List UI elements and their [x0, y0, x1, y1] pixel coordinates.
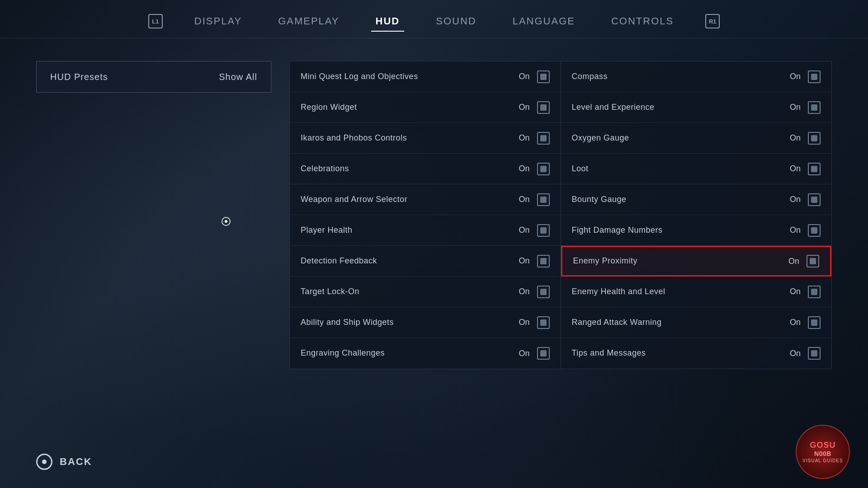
settings-column-right: CompassOnLevel and ExperienceOnOxygen Ga… — [561, 61, 832, 369]
setting-toggle-icon-9[interactable] — [808, 347, 821, 360]
gosu-text-line2: n00b — [814, 450, 831, 457]
setting-value-8: On — [514, 318, 530, 327]
hud-presets-label: HUD Presets — [50, 72, 108, 82]
setting-value-0: On — [514, 72, 530, 81]
setting-name-3: Loot — [572, 164, 785, 174]
nav-item-language[interactable]: Language — [508, 13, 580, 30]
setting-value-5: On — [784, 225, 801, 235]
setting-toggle-icon-1[interactable] — [808, 101, 821, 114]
setting-row-7[interactable]: Enemy Health and LevelOn — [561, 277, 832, 307]
nav-item-gameplay[interactable]: Gameplay — [274, 13, 344, 30]
setting-row-8[interactable]: Ability and Ship WidgetsOn — [290, 307, 561, 338]
setting-toggle-icon-4[interactable] — [808, 193, 821, 206]
setting-row-2[interactable]: Ikaros and Phobos ControlsOn — [290, 123, 561, 154]
setting-row-5[interactable]: Fight Damage NumbersOn — [561, 215, 832, 246]
back-circle-icon — [36, 454, 52, 470]
setting-row-4[interactable]: Bounty GaugeOn — [561, 184, 832, 215]
setting-value-3: On — [514, 164, 530, 174]
setting-toggle-icon-7[interactable] — [808, 286, 821, 298]
setting-value-7: On — [784, 287, 801, 296]
setting-value-7: On — [514, 287, 530, 296]
settings-column-left: Mini Quest Log and ObjectivesOnRegion Wi… — [289, 61, 561, 369]
nav-item-display[interactable]: Display — [190, 13, 246, 30]
setting-row-3[interactable]: LootOn — [561, 154, 832, 184]
setting-value-4: On — [514, 195, 530, 204]
setting-toggle-icon-2[interactable] — [808, 132, 821, 145]
setting-name-1: Region Widget — [301, 102, 514, 113]
show-all-button[interactable]: Show All — [219, 72, 257, 82]
gosu-text-line1: GOSU — [810, 441, 835, 450]
nav-item-hud[interactable]: HUD — [371, 13, 405, 30]
setting-name-0: Mini Quest Log and Objectives — [301, 71, 514, 82]
gosu-logo: GOSU n00b Visual Guides — [796, 425, 850, 479]
setting-name-0: Compass — [572, 71, 785, 82]
setting-row-7[interactable]: Target Lock-OnOn — [290, 277, 561, 307]
nav-item-controls[interactable]: Controls — [607, 13, 678, 30]
setting-value-4: On — [784, 195, 801, 204]
left-panel: HUD Presets Show All — [36, 61, 271, 369]
setting-name-7: Enemy Health and Level — [572, 286, 785, 297]
setting-row-1[interactable]: Region WidgetOn — [290, 92, 561, 123]
setting-row-3[interactable]: CelebrationsOn — [290, 154, 561, 184]
setting-row-8[interactable]: Ranged Attack WarningOn — [561, 307, 832, 338]
setting-toggle-icon-5[interactable] — [537, 224, 550, 237]
setting-value-2: On — [514, 133, 530, 143]
setting-name-9: Engraving Challenges — [301, 348, 514, 358]
setting-value-1: On — [784, 103, 801, 112]
setting-row-4[interactable]: Weapon and Arrow SelectorOn — [290, 184, 561, 215]
setting-name-5: Player Health — [301, 225, 514, 235]
setting-name-8: Ability and Ship Widgets — [301, 317, 514, 328]
setting-toggle-icon-9[interactable] — [537, 347, 550, 360]
setting-name-6: Detection Feedback — [301, 256, 514, 266]
setting-name-5: Fight Damage Numbers — [572, 225, 785, 235]
setting-row-5[interactable]: Player HealthOn — [290, 215, 561, 246]
setting-value-5: On — [514, 225, 530, 235]
setting-toggle-icon-6[interactable] — [807, 255, 819, 267]
setting-toggle-icon-1[interactable] — [537, 101, 550, 114]
setting-row-9[interactable]: Engraving ChallengesOn — [290, 338, 561, 369]
setting-name-1: Level and Experience — [572, 102, 785, 113]
setting-toggle-icon-0[interactable] — [537, 70, 550, 83]
setting-toggle-icon-2[interactable] — [537, 132, 550, 145]
gosu-text-line3: Visual Guides — [802, 458, 843, 463]
setting-value-8: On — [784, 318, 801, 327]
setting-value-9: On — [784, 349, 801, 358]
setting-row-6[interactable]: Detection FeedbackOn — [290, 246, 561, 277]
nav-item-sound[interactable]: Sound — [431, 13, 481, 30]
setting-row-2[interactable]: Oxygen GaugeOn — [561, 123, 832, 154]
setting-row-9[interactable]: Tips and MessagesOn — [561, 338, 832, 369]
setting-name-6: Enemy Proximity — [573, 256, 783, 266]
setting-toggle-icon-8[interactable] — [808, 316, 821, 329]
setting-value-3: On — [784, 164, 801, 174]
setting-row-1[interactable]: Level and ExperienceOn — [561, 92, 832, 123]
setting-toggle-icon-5[interactable] — [808, 224, 821, 237]
setting-row-0[interactable]: Mini Quest Log and ObjectivesOn — [290, 61, 561, 92]
setting-toggle-icon-0[interactable] — [808, 70, 821, 83]
setting-row-0[interactable]: CompassOn — [561, 61, 832, 92]
setting-value-6: On — [783, 257, 799, 266]
settings-panel: Mini Quest Log and ObjectivesOnRegion Wi… — [289, 61, 832, 369]
setting-toggle-icon-3[interactable] — [808, 163, 821, 175]
main-area: HUD Presets Show All Mini Quest Log and … — [0, 38, 868, 369]
setting-toggle-icon-6[interactable] — [537, 255, 550, 267]
l1-button[interactable]: L1 — [148, 14, 163, 28]
back-label: BACK — [60, 456, 92, 468]
setting-value-6: On — [514, 256, 530, 266]
setting-name-4: Bounty Gauge — [572, 194, 785, 205]
setting-name-7: Target Lock-On — [301, 286, 514, 297]
setting-toggle-icon-3[interactable] — [537, 163, 550, 175]
setting-toggle-icon-7[interactable] — [537, 286, 550, 298]
setting-value-2: On — [784, 133, 801, 143]
r1-button[interactable]: R1 — [705, 14, 720, 28]
setting-name-8: Ranged Attack Warning — [572, 317, 785, 328]
hud-presets-box[interactable]: HUD Presets Show All — [36, 61, 271, 93]
setting-name-2: Ikaros and Phobos Controls — [301, 133, 514, 143]
back-button[interactable]: BACK — [36, 454, 92, 470]
setting-name-2: Oxygen Gauge — [572, 133, 785, 143]
setting-toggle-icon-4[interactable] — [537, 193, 550, 206]
setting-toggle-icon-8[interactable] — [537, 316, 550, 329]
setting-value-9: On — [514, 349, 530, 358]
top-navigation: L1 Display Gameplay HUD Sound Language C… — [0, 0, 868, 38]
setting-value-0: On — [784, 72, 801, 81]
setting-row-6[interactable]: Enemy ProximityOn — [561, 246, 832, 277]
